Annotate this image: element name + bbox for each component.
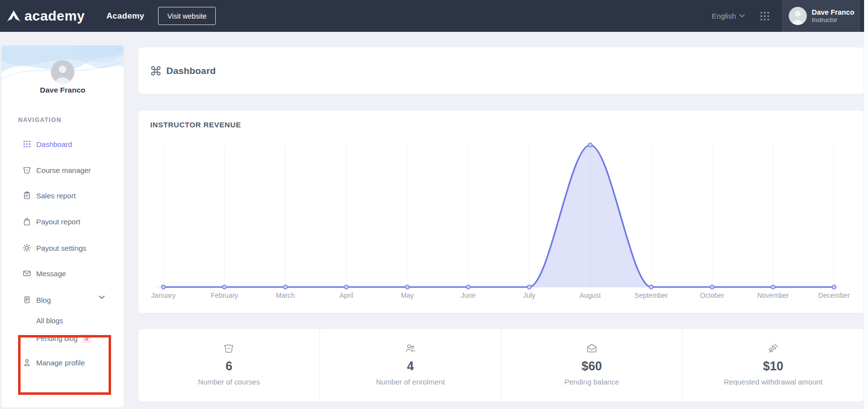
sidebar-item-message[interactable]: Message xyxy=(1,268,124,279)
chevron-down-icon xyxy=(739,14,745,18)
command-icon xyxy=(150,65,161,76)
page-title: Dashboard xyxy=(166,66,216,76)
shopping-bag-icon xyxy=(22,217,32,226)
x-axis-label: May xyxy=(401,291,413,299)
language-label: English xyxy=(712,12,736,20)
grid-dots-icon xyxy=(22,139,32,149)
user-name: Dave Franco xyxy=(812,8,854,17)
top-navbar: academy Academy Visit website English xyxy=(0,0,864,32)
sidebar-item-dashboard[interactable]: Dashboard xyxy=(1,139,124,149)
person-icon xyxy=(22,358,32,367)
page-title-wrap: Dashboard xyxy=(150,65,216,76)
gear-icon xyxy=(22,243,32,253)
app-name: Academy xyxy=(106,11,144,21)
sidebar-item-label: Sales report xyxy=(36,192,76,200)
stat-label: Requested withdrawal amount xyxy=(724,378,822,386)
sidebar-item-label: Course manager xyxy=(36,166,91,174)
stat-number-of-enrolment: 4 Number of enrolment xyxy=(320,329,501,402)
sidebar-subitem-pending-blog[interactable]: Pending blog 0 xyxy=(36,334,91,343)
scrollbar[interactable] xyxy=(864,0,868,409)
sidebar-item-payout-report[interactable]: Payout report xyxy=(1,216,124,227)
x-axis-label: February xyxy=(211,291,238,299)
nav-section-label: NAVIGATION xyxy=(18,117,62,123)
stat-label: Number of courses xyxy=(198,378,260,386)
avatar xyxy=(789,7,807,25)
sidebar-item-blog[interactable]: Blog xyxy=(1,294,124,305)
sidebar-item-manage-profile[interactable]: Manage profile xyxy=(1,357,124,368)
sidebar-subitem-label: All blogs xyxy=(36,317,63,325)
x-axis-label: March xyxy=(276,291,295,299)
language-selector[interactable]: English xyxy=(712,12,745,20)
envelope-open-icon xyxy=(585,341,598,355)
stat-value: $60 xyxy=(582,359,602,373)
visit-website-button[interactable]: Visit website xyxy=(158,7,216,25)
basket-icon xyxy=(222,341,235,355)
stat-pending-balance: $60 Pending balance xyxy=(501,329,683,402)
x-axis-label: January xyxy=(151,291,176,299)
x-axis-label: April xyxy=(340,291,353,299)
users-icon xyxy=(404,341,417,355)
data-points xyxy=(161,143,836,289)
sidebar-item-label: Payout report xyxy=(36,217,80,226)
x-axis-label: September xyxy=(635,291,668,299)
pending-count-badge: 0 xyxy=(82,335,91,343)
x-axis-label: August xyxy=(579,291,601,299)
sidebar: Dave Franco NAVIGATION Dashboard xyxy=(1,46,124,408)
revenue-area-fill xyxy=(163,145,834,287)
gridlines xyxy=(163,144,834,287)
sidebar-item-label: Payout settings xyxy=(36,244,87,252)
revenue-line xyxy=(163,145,834,287)
sidebar-subitem-label: Pending blog xyxy=(36,335,78,342)
stat-label: Number of enrolment xyxy=(376,378,445,386)
user-menu[interactable]: Dave Franco Instructor xyxy=(782,0,860,32)
user-meta: Dave Franco Instructor xyxy=(812,8,854,24)
stat-requested-withdrawal: $10 Requested withdrawal amount xyxy=(682,329,864,402)
x-axis-label: November xyxy=(757,291,789,299)
stats-summary-card: 6 Number of courses 4 Number of enrolmen… xyxy=(138,329,864,402)
chevron-down-icon xyxy=(99,295,105,299)
x-axis-label: July xyxy=(523,291,535,299)
sidebar-item-label: Blog xyxy=(36,296,51,304)
document-icon xyxy=(22,295,32,305)
chart-title: INSTRUCTOR REVENUE xyxy=(150,120,241,129)
brand-logo[interactable]: academy xyxy=(6,8,85,24)
x-axis-label: June xyxy=(461,291,476,299)
instructor-revenue-card: INSTRUCTOR REVENUE JanuaryFebruaryMarchA… xyxy=(138,111,864,313)
sidebar-item-sales-report[interactable]: Sales report xyxy=(1,190,124,201)
page-header-card: Dashboard xyxy=(138,48,864,94)
basket-icon xyxy=(22,165,32,175)
revenue-chart-svg: JanuaryFebruaryMarchAprilMayJuneJulyAugu… xyxy=(148,139,853,303)
profile-avatar[interactable] xyxy=(51,60,74,84)
pin-icon xyxy=(767,341,780,355)
apps-grid-icon[interactable] xyxy=(759,11,770,22)
revenue-chart: JanuaryFebruaryMarchAprilMayJuneJulyAugu… xyxy=(148,139,853,303)
navbar-right: English xyxy=(712,0,860,32)
stat-label: Pending balance xyxy=(564,378,619,386)
sidebar-item-label: Message xyxy=(36,269,66,278)
clipboard-icon xyxy=(22,191,32,200)
x-axis-label: December xyxy=(818,291,850,299)
sidebar-item-payout-settings[interactable]: Payout settings xyxy=(1,242,124,253)
app-window: academy Academy Visit website English xyxy=(0,0,868,409)
stat-value: $10 xyxy=(763,359,783,373)
stat-number-of-courses: 6 Number of courses xyxy=(138,329,320,402)
sidebar-item-label: Manage profile xyxy=(36,359,85,367)
sidebar-item-course-manager[interactable]: Course manager xyxy=(1,165,124,175)
sidebar-item-label: Dashboard xyxy=(36,140,72,148)
user-role: Instructor xyxy=(812,17,854,24)
logo-mark-icon xyxy=(6,9,22,23)
stat-value: 6 xyxy=(226,359,232,373)
envelope-icon xyxy=(22,268,32,278)
logo-text: academy xyxy=(24,8,85,24)
x-axis-labels: JanuaryFebruaryMarchAprilMayJuneJulyAugu… xyxy=(151,291,850,299)
profile-name: Dave Franco xyxy=(1,86,124,95)
x-axis-label: October xyxy=(700,291,724,299)
stat-value: 4 xyxy=(407,359,414,373)
sidebar-subitem-all-blogs[interactable]: All blogs xyxy=(36,316,63,326)
